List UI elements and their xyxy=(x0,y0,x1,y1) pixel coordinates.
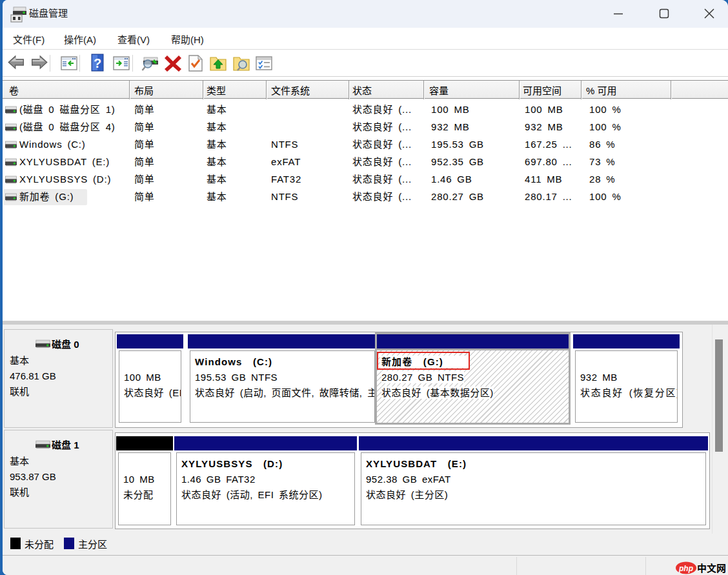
svg-text:?: ? xyxy=(94,56,101,70)
svg-text:php: php xyxy=(678,564,693,573)
